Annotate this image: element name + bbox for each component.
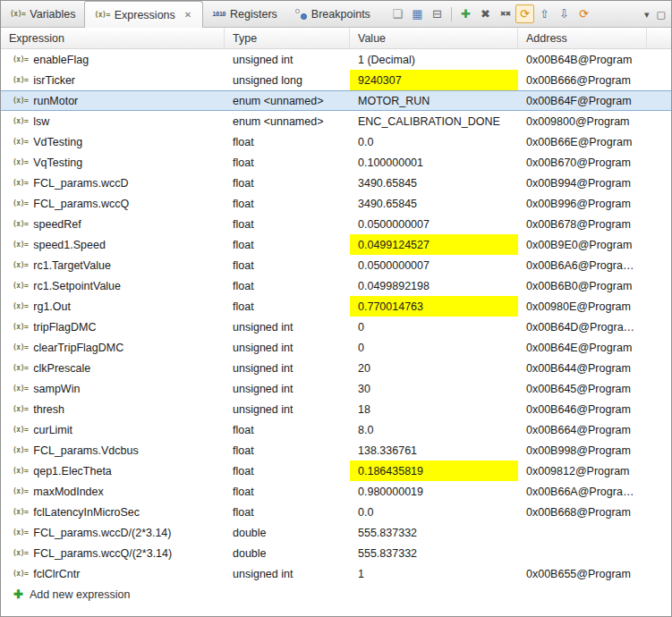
table-row[interactable]: (x)=speedReffloat0.05000000070x00B678@Pr… [1,214,671,234]
table-row[interactable]: (x)=FCL_params.wccDfloat3490.658450x00B9… [1,173,671,193]
breakpoints-icon [295,8,307,20]
type-cell: float [225,152,350,173]
table-row[interactable]: (x)=qep1.ElecThetafloat0.1864358190x0098… [1,461,671,481]
expression-name: FCL_params.wccQ [33,198,129,210]
value-cell[interactable]: 3490.65845 [350,173,518,193]
table-row[interactable]: (x)=rc1.TargetValuefloat0.05000000070x00… [1,255,671,275]
table-row[interactable]: (x)=FCL_params.wccD/(2*3.14)double555.83… [1,522,671,543]
table-row[interactable]: (x)=threshunsigned int180x00B646@Program [1,399,671,419]
address-cell: 0x00B655@Program [518,563,647,584]
expression-icon: (x)= [13,55,28,63]
table-row[interactable]: (x)=clkPrescaleunsigned int200x00B644@Pr… [1,358,671,378]
column-header-address[interactable]: Address [518,28,647,48]
value-cell[interactable]: 0.0499124527 [350,234,518,255]
value-cell[interactable]: 138.336761 [350,440,518,461]
value-cell[interactable]: 1 (Decimal) [350,49,518,70]
type-cell: float [225,214,350,234]
collapse-all-icon[interactable]: ⊟ [428,4,447,23]
table-row[interactable]: (x)=fclLatencyInMicroSecfloat0.00x00B668… [1,502,671,522]
add-expression-button[interactable]: ✚ [456,4,475,23]
table-row[interactable]: (x)=clearTripFlagDMCunsigned int00x00B64… [1,337,671,358]
tab-expressions[interactable]: (x)= Expressions ✕ [84,1,203,28]
expression-name: FCL_params.wccD/(2*3.14) [33,527,171,539]
remove-all-expressions-button[interactable]: ✖✖ [496,4,515,23]
table-row[interactable]: (x)=tripFlagDMCunsigned int00x00B64D@Pro… [1,317,671,337]
value-cell[interactable]: 0.0 [350,502,518,522]
value-cell[interactable]: 30 [350,378,518,399]
table-row[interactable]: (x)=rg1.Outfloat0.7700147630x00980E@Prog… [1,296,671,317]
value-cell[interactable]: 0.0499892198 [350,275,518,296]
value-cell[interactable]: 0.0500000007 [350,214,518,234]
registers-icon: 1010 [212,11,225,18]
value-cell[interactable]: 555.837332 [350,522,518,543]
refresh-button[interactable]: ⟳ [574,4,593,23]
table-row[interactable]: (x)=runMotorenum <unnamed>MOTOR_RUN0x00B… [1,90,671,111]
expression-name: runMotor [33,95,78,107]
table-row[interactable]: (x)=VqTestingfloat0.1000000010x00B670@Pr… [1,152,671,173]
column-header-expression[interactable]: Expression [1,28,225,48]
expression-icon: (x)= [13,117,28,125]
value-cell[interactable]: 0.0 [350,131,518,152]
value-cell[interactable]: 0.770014763 [350,296,518,317]
expression-name: maxModIndex [33,486,104,498]
table-header: Expression Type Value Address [1,28,671,49]
table-row[interactable]: (x)=fclClrCntrunsigned int10x00B655@Prog… [1,563,671,584]
expression-cell: (x)=FCL_params.wccD [1,173,225,193]
value-cell[interactable]: 0.186435819 [350,461,518,481]
value-cell[interactable]: 0.100000001 [350,152,518,173]
tab-variables[interactable]: (x)= Variables [1,1,84,27]
value-cell[interactable]: ENC_CALIBRATION_DONE [350,111,518,131]
pin-to-debug-context-icon[interactable]: ▦ [408,4,427,23]
export-expressions-button[interactable]: ⇧ [535,4,554,23]
view-menu-icon[interactable]: ▾ [644,9,650,21]
table-row[interactable]: (x)=speed1.Speedfloat0.04991245270x00B9E… [1,234,671,255]
maximize-icon[interactable]: ▢ [657,9,666,21]
type-cell: float [225,419,350,440]
table-row[interactable]: (x)=curLimitfloat8.00x00B664@Program [1,419,671,440]
table-row[interactable]: (x)=FCL_params.wccQfloat3490.658450x00B9… [1,193,671,214]
expression-name: enableFlag [33,54,89,66]
table-row[interactable]: (x)=FCL_params.Vdcbusfloat138.3367610x00… [1,440,671,461]
tab-label: Breakpoints [311,8,370,21]
table-row[interactable]: (x)=lswenum <unnamed>ENC_CALIBRATION_DON… [1,111,671,131]
add-expression-label: Add new expression [30,588,131,601]
value-cell[interactable]: 1 [350,563,518,584]
table-row[interactable]: (x)=VdTestingfloat0.00x00B66E@Program [1,131,671,152]
remove-expression-button[interactable]: ✖ [476,4,495,23]
address-cell: 0x00B64B@Program [518,49,647,70]
table-row[interactable]: (x)=enableFlagunsigned int1 (Decimal)0x0… [1,49,671,70]
continuous-refresh-button[interactable]: ⟳ [515,4,534,23]
table-row[interactable]: (x)=maxModIndexfloat0.9800000190x00B66A@… [1,481,671,502]
tab-breakpoints[interactable]: Breakpoints [286,1,379,27]
expression-cell: (x)=speed1.Speed [1,234,225,255]
value-cell[interactable]: 18 [350,399,518,419]
close-tab-icon[interactable]: ✕ [183,9,193,21]
value-cell[interactable]: 0 [350,337,518,358]
expression-cell: (x)=enableFlag [1,49,225,70]
column-header-value[interactable]: Value [350,28,518,48]
address-cell: 0x00B666@Program [518,70,647,90]
column-header-type[interactable]: Type [225,28,350,48]
import-expressions-button[interactable]: ⇩ [555,4,574,23]
table-row[interactable]: (x)=rc1.SetpointValuefloat0.04998921980x… [1,275,671,296]
type-cell: enum <unnamed> [225,90,350,111]
show-type-names-icon[interactable]: ❏ [388,4,407,23]
value-cell[interactable]: 3490.65845 [350,193,518,214]
value-cell[interactable]: 9240307 [350,70,518,90]
table-row[interactable]: (x)=FCL_params.wccQ/(2*3.14)double555.83… [1,543,671,563]
expression-cell: (x)=rc1.SetpointValue [1,275,225,296]
value-cell[interactable]: 0.0500000007 [350,255,518,275]
value-cell[interactable]: 8.0 [350,419,518,440]
value-cell[interactable]: MOTOR_RUN [350,90,518,111]
address-cell: 0x00B996@Program [518,193,647,214]
table-row[interactable]: (x)=isrTickerunsigned long92403070x00B66… [1,70,671,90]
add-expression-row[interactable]: ✚ Add new expression [1,584,671,604]
value-cell[interactable]: 0 [350,317,518,337]
tab-registers[interactable]: 1010 Registers [203,1,286,27]
value-cell[interactable]: 0.980000019 [350,481,518,502]
expression-name: FCL_params.Vdcbus [33,444,138,457]
expression-name: lsw [33,115,49,128]
value-cell[interactable]: 20 [350,358,518,378]
value-cell[interactable]: 555.837332 [350,543,518,563]
table-row[interactable]: (x)=sampWinunsigned int300x00B645@Progra… [1,378,671,399]
